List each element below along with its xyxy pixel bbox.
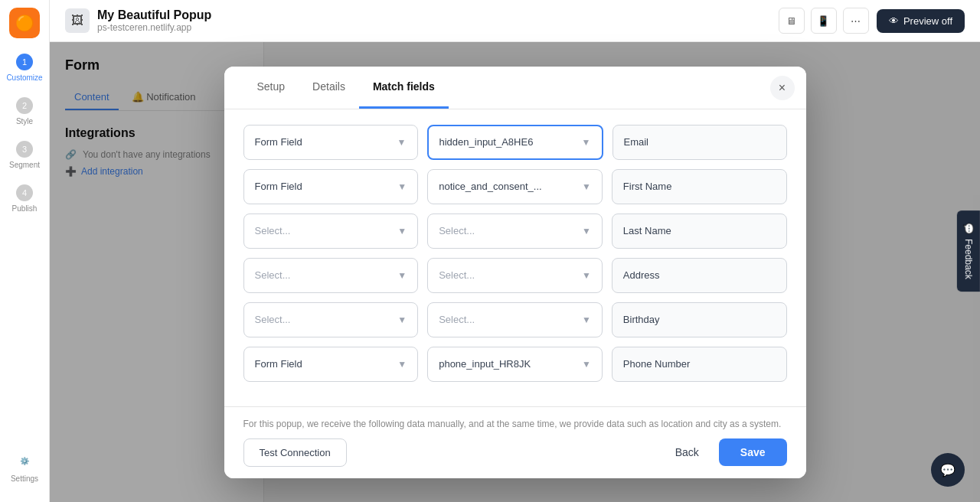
- test-connection-button[interactable]: Test Connection: [243, 438, 347, 467]
- sidebar-label-style: Style: [16, 117, 33, 126]
- eye-icon: 👁: [889, 15, 899, 27]
- left-select-3-value: Select...: [255, 225, 291, 236]
- sidebar-settings-label: Settings: [11, 474, 38, 483]
- app-logo: 🟠: [9, 8, 40, 38]
- chevron-down-icon: ▼: [582, 137, 591, 148]
- modal: Setup Details Match fields ×: [224, 67, 806, 478]
- chevron-down-icon: ▼: [397, 315, 407, 325]
- chevron-down-icon: ▼: [582, 359, 591, 370]
- modal-tab-details[interactable]: Details: [299, 67, 359, 109]
- field-row-3: Select... ▼ Select... ▼ Last Name: [243, 214, 787, 249]
- sidebar-label-segment: Segment: [9, 161, 40, 169]
- feedback-label: Feedback: [963, 239, 974, 279]
- right-field-3: Last Name: [612, 214, 787, 249]
- page-area: Form Content 🔔 Notification Integrations…: [50, 42, 980, 502]
- step-num-3: 3: [16, 141, 33, 158]
- field-row-2: Form Field ▼ notice_and_consent_... ▼ Fi…: [243, 169, 787, 204]
- middle-select-2[interactable]: notice_and_consent_... ▼: [427, 169, 603, 204]
- left-select-2-value: Form Field: [255, 181, 302, 192]
- topbar: 🖼 My Beautiful Popup ps-testceren.netlif…: [50, 0, 980, 42]
- right-field-1: Email: [612, 125, 787, 160]
- field-row-1: Form Field ▼ hidden_input_A8HE6 ▼ Email: [243, 125, 787, 160]
- chevron-down-icon: ▼: [397, 137, 407, 148]
- chevron-down-icon: ▼: [397, 270, 407, 281]
- middle-select-3[interactable]: Select... ▼: [427, 214, 603, 249]
- left-select-2[interactable]: Form Field ▼: [243, 169, 419, 204]
- modal-tab-row: Setup Details Match fields: [224, 67, 806, 109]
- middle-select-1-value: hidden_input_A8HE6: [439, 136, 534, 148]
- footer-note: For this popup, we receive the following…: [243, 419, 787, 429]
- step-num-1: 1: [16, 54, 33, 70]
- desktop-view-button[interactable]: 🖥: [779, 8, 805, 34]
- sidebar-item-style[interactable]: 2 Style: [0, 90, 49, 133]
- right-field-4: Address: [612, 258, 787, 293]
- topbar-icons: 🖥 📱 ⋯: [779, 8, 869, 34]
- field-row-5: Select... ▼ Select... ▼ Birthday: [243, 302, 787, 337]
- middle-select-4[interactable]: Select... ▼: [427, 258, 603, 293]
- chevron-down-icon: ▼: [582, 181, 591, 192]
- main-content: 🖼 My Beautiful Popup ps-testceren.netlif…: [50, 0, 980, 502]
- left-select-1-value: Form Field: [255, 136, 302, 148]
- topbar-title: My Beautiful Popup: [97, 8, 211, 22]
- modal-close-button[interactable]: ×: [770, 76, 795, 100]
- chat-icon-symbol: 💬: [940, 463, 956, 478]
- right-field-6: Phone Number: [612, 347, 787, 382]
- preview-label: Preview off: [903, 15, 952, 27]
- left-select-4[interactable]: Select... ▼: [243, 258, 419, 293]
- right-field-5: Birthday: [612, 302, 787, 337]
- middle-select-1[interactable]: hidden_input_A8HE6 ▼: [427, 125, 603, 160]
- middle-select-6-value: phone_input_HR8JK: [439, 358, 531, 370]
- modal-body: Form Field ▼ hidden_input_A8HE6 ▼ Email: [224, 109, 806, 406]
- right-field-2: First Name: [612, 169, 787, 204]
- middle-select-2-value: notice_and_consent_...: [439, 181, 541, 192]
- left-select-5[interactable]: Select... ▼: [243, 302, 419, 337]
- preview-button[interactable]: 👁 Preview off: [877, 9, 965, 33]
- chevron-down-icon: ▼: [397, 359, 407, 370]
- step-num-4: 4: [16, 184, 33, 201]
- back-button[interactable]: Back: [663, 438, 711, 466]
- mobile-view-button[interactable]: 📱: [811, 8, 837, 34]
- left-select-6[interactable]: Form Field ▼: [243, 347, 419, 382]
- feedback-tab[interactable]: 💬 Feedback: [957, 210, 980, 292]
- sidebar-label-customize: Customize: [6, 73, 42, 82]
- middle-select-3-value: Select...: [439, 225, 475, 236]
- left-select-4-value: Select...: [255, 269, 291, 281]
- more-options-button[interactable]: ⋯: [843, 8, 869, 34]
- sidebar-item-segment[interactable]: 3 Segment: [0, 133, 49, 177]
- gear-icon: ⚙️: [14, 450, 35, 471]
- left-select-1[interactable]: Form Field ▼: [243, 125, 418, 160]
- sidebar-item-customize[interactable]: 1 Customize: [0, 46, 49, 90]
- feedback-icon: 💬: [963, 223, 974, 234]
- chevron-down-icon: ▼: [397, 226, 407, 236]
- topbar-subtitle: ps-testceren.netlify.app: [97, 22, 211, 33]
- left-select-5-value: Select...: [255, 314, 291, 325]
- sidebar-item-settings[interactable]: ⚙️ Settings: [7, 442, 42, 491]
- modal-tab-match-fields[interactable]: Match fields: [359, 67, 449, 109]
- left-select-3[interactable]: Select... ▼: [243, 214, 419, 249]
- step-num-2: 2: [16, 97, 33, 114]
- field-row-4: Select... ▼ Select... ▼ Address: [243, 258, 787, 293]
- close-icon: ×: [779, 81, 786, 95]
- field-row-6: Form Field ▼ phone_input_HR8JK ▼ Phone N…: [243, 347, 787, 382]
- topbar-icon: 🖼: [65, 8, 90, 33]
- middle-select-5[interactable]: Select... ▼: [427, 302, 603, 337]
- footer-actions: Test Connection Back Save: [243, 438, 787, 467]
- chevron-down-icon: ▼: [397, 181, 407, 192]
- modal-tab-setup[interactable]: Setup: [243, 67, 299, 109]
- right-buttons: Back Save: [663, 438, 787, 466]
- left-select-6-value: Form Field: [255, 358, 302, 370]
- save-button[interactable]: Save: [719, 438, 787, 466]
- modal-footer: For this popup, we receive the following…: [224, 406, 806, 478]
- middle-select-5-value: Select...: [439, 314, 475, 325]
- sidebar: 🟠 1 Customize 2 Style 3 Segment 4 Publis…: [0, 0, 50, 502]
- chevron-down-icon: ▼: [582, 270, 591, 281]
- sidebar-label-publish: Publish: [12, 204, 38, 213]
- chat-button[interactable]: 💬: [931, 453, 965, 487]
- sidebar-item-publish[interactable]: 4 Publish: [0, 177, 49, 220]
- chevron-down-icon: ▼: [582, 226, 591, 236]
- middle-select-6[interactable]: phone_input_HR8JK ▼: [427, 347, 603, 382]
- middle-select-4-value: Select...: [439, 269, 475, 281]
- chevron-down-icon: ▼: [582, 315, 591, 325]
- modal-overlay: Setup Details Match fields ×: [50, 42, 980, 502]
